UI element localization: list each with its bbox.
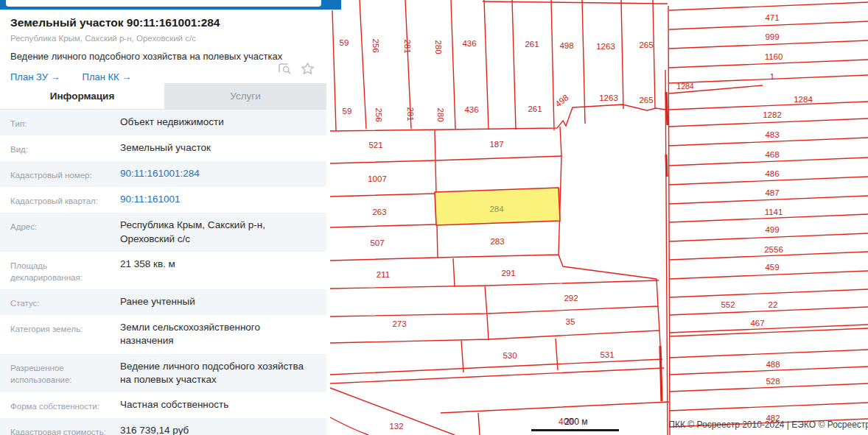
info-label: Кадастровая стоимость: (10, 424, 108, 435)
plan-zu-link[interactable]: План ЗУ → (10, 71, 60, 82)
parcel-label[interactable]: 261 (528, 105, 542, 113)
info-label: Форма собственности: (10, 398, 108, 412)
parcel-label[interactable]: 1263 (596, 42, 615, 51)
parcel-label[interactable]: 552 (721, 300, 735, 309)
parcel-label[interactable]: 280 (436, 107, 445, 121)
parcel-label[interactable]: 1160 (765, 52, 783, 61)
map-parcel-lines-center (330, 127, 669, 435)
info-row: Площадь декларированная:21 358 кв. м (0, 252, 326, 289)
info-value: Республика Крым, Сакский р-н, Ореховский… (120, 219, 310, 245)
parcel-label[interactable]: 280 (434, 40, 443, 54)
info-value: Объект недвижимости (120, 116, 310, 130)
info-value: Земельный участок (120, 141, 310, 155)
parcel-label[interactable]: 281 (403, 39, 412, 53)
parcel-label[interactable]: 263 (372, 208, 386, 216)
parcel-label[interactable]: 1263 (599, 93, 618, 102)
cadastral-map[interactable]: 5925628128043626149812632655925628128043… (326, 0, 868, 435)
parcel-label[interactable]: 59 (343, 107, 352, 116)
info-label: Площадь декларированная: (10, 258, 108, 283)
info-row: Тип:Объект недвижимости (0, 110, 326, 135)
parcel-label[interactable]: 507 (370, 238, 384, 247)
info-row: Вид:Земельный участок (0, 135, 326, 161)
parcel-label[interactable]: 2556 (764, 245, 783, 254)
parcel-label[interactable]: 284 (489, 205, 504, 213)
favorite-star-icon[interactable] (301, 62, 315, 75)
page-title: Земельный участок 90:11:161001:284 (10, 16, 316, 29)
parcel-label[interactable]: 436 (462, 39, 476, 48)
parcel-label[interactable]: 273 (392, 319, 406, 328)
parcel-label[interactable]: 487 (765, 188, 779, 197)
info-row: Кадастровый квартал:90:11:161001 (0, 187, 326, 213)
parcel-label[interactable]: 488 (766, 360, 780, 369)
parcel-label[interactable]: 1284 (794, 95, 813, 104)
map-copyright: ПКК © Росреестр 2010-2024 | ЕЭКО © Росре… (668, 420, 868, 430)
map-corridor-lines (665, 6, 670, 435)
parcel-label[interactable]: 1007 (368, 174, 387, 183)
info-row: Категория земель:Земли сельскохозяйствен… (0, 315, 326, 353)
parcel-label[interactable]: 531 (600, 350, 614, 359)
info-label: Кадастровый квартал: (10, 193, 108, 207)
parcel-label[interactable]: 521 (368, 141, 382, 149)
parcel-label[interactable]: 1282 (763, 110, 782, 119)
parcel-label[interactable]: 265 (639, 96, 653, 105)
parcel-label[interactable]: 467 (750, 319, 764, 328)
parcel-label[interactable]: 499 (765, 225, 779, 234)
tab-bar: Информация Услуги (0, 83, 326, 110)
parcel-label[interactable]: 292 (564, 294, 578, 303)
top-search-bar (0, 0, 341, 10)
parcel-label[interactable]: 281 (406, 107, 415, 121)
parcel-label[interactable]: 1284 (676, 82, 694, 91)
info-label: Тип: (10, 116, 108, 130)
info-value: Ранее учтенный (120, 295, 310, 309)
parcel-label[interactable]: 265 (639, 40, 653, 49)
parcel-label[interactable]: 486 (765, 169, 779, 178)
info-row: Разрешенное использование:Ведение личног… (0, 354, 326, 392)
parcel-label[interactable]: 187 (489, 140, 503, 149)
parcel-label[interactable]: 59 (340, 38, 349, 47)
tab-information[interactable]: Информация (0, 83, 164, 109)
parcel-usage-description: Ведение личного подсобного хозяйства на … (10, 51, 316, 62)
info-label: Вид: (10, 141, 108, 155)
info-row: Статус:Ранее учтенный (0, 289, 326, 315)
info-value: 316 739,14 руб (120, 424, 310, 435)
parcel-label[interactable]: 283 (490, 237, 504, 246)
parcel-label[interactable]: 468 (765, 150, 779, 159)
info-value: 21 358 кв. м (120, 258, 310, 283)
info-row: Адрес:Республика Крым, Сакский р-н, Орех… (0, 213, 326, 251)
info-value: Ведение личного подсобного хозяйства на … (120, 360, 310, 386)
parcel-label[interactable]: 256 (374, 107, 383, 121)
parcel-label[interactable]: 211 (377, 270, 390, 279)
info-row: Кадастровая стоимость:316 739,14 руб (0, 418, 326, 435)
parcel-label[interactable]: 483 (765, 130, 779, 139)
info-value-link[interactable]: 90:11:161001:284 (120, 167, 310, 181)
parcel-label[interactable]: 1 (770, 72, 774, 81)
parcel-label[interactable]: 291 (501, 269, 515, 277)
info-value-link[interactable]: 90:11:161001 (120, 193, 310, 207)
parcel-label[interactable]: 498 (559, 41, 573, 50)
info-label: Категория земель: (10, 321, 108, 347)
parcel-label[interactable]: 498 (553, 93, 570, 108)
tab-services[interactable]: Услуги (164, 83, 326, 109)
search-input[interactable] (6, 0, 321, 7)
parcel-info-panel: Земельный участок 90:11:161001:284 Респу… (0, 0, 326, 435)
info-rows: Тип:Объект недвижимостиВид:Земельный уча… (0, 110, 326, 435)
parcel-label[interactable]: 999 (765, 32, 779, 41)
info-label: Разрешенное использование: (10, 360, 108, 386)
parcel-label[interactable]: 459 (765, 263, 779, 272)
plan-kk-link[interactable]: План КК → (83, 71, 132, 82)
parcel-label[interactable]: 261 (525, 40, 539, 49)
parcel-label[interactable]: 22 (769, 300, 778, 309)
info-value: Частная собственность (120, 398, 310, 412)
parcel-label[interactable]: 528 (766, 377, 780, 386)
parcel-label[interactable]: 35 (566, 317, 575, 326)
parcel-label[interactable]: 1141 (765, 208, 783, 216)
parcel-label[interactable]: 530 (503, 351, 517, 360)
preview-icon[interactable] (277, 62, 292, 75)
parcel-label[interactable]: 132 (389, 422, 403, 431)
parcel-label[interactable]: 256 (371, 38, 380, 52)
parcel-label[interactable]: 471 (765, 13, 779, 22)
info-row: Кадастровый номер:90:11:161001:284 (0, 161, 326, 187)
scale-bar (531, 429, 619, 431)
info-value: Земли сельскохозяйственного назначения (120, 321, 310, 347)
parcel-label[interactable]: 436 (464, 105, 478, 114)
